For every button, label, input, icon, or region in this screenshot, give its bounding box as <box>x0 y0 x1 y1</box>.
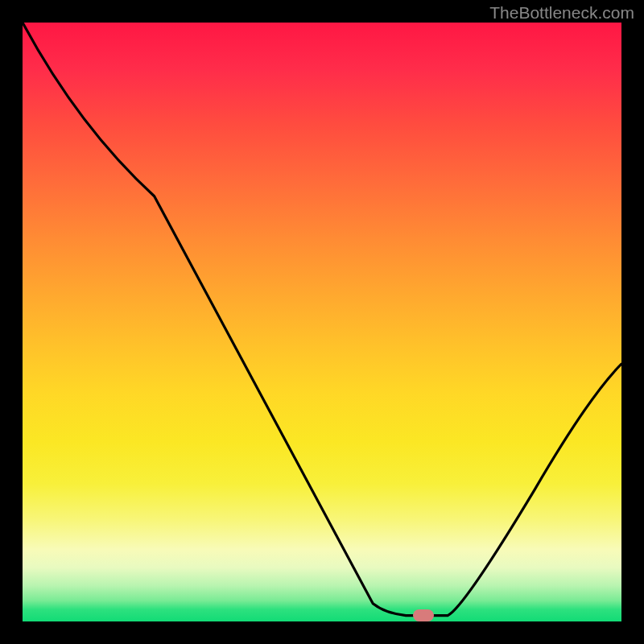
chart-curve <box>23 23 621 621</box>
watermark-text: TheBottleneck.com <box>489 3 634 23</box>
optimal-point-marker <box>413 609 434 621</box>
chart-plot-area <box>23 23 621 621</box>
